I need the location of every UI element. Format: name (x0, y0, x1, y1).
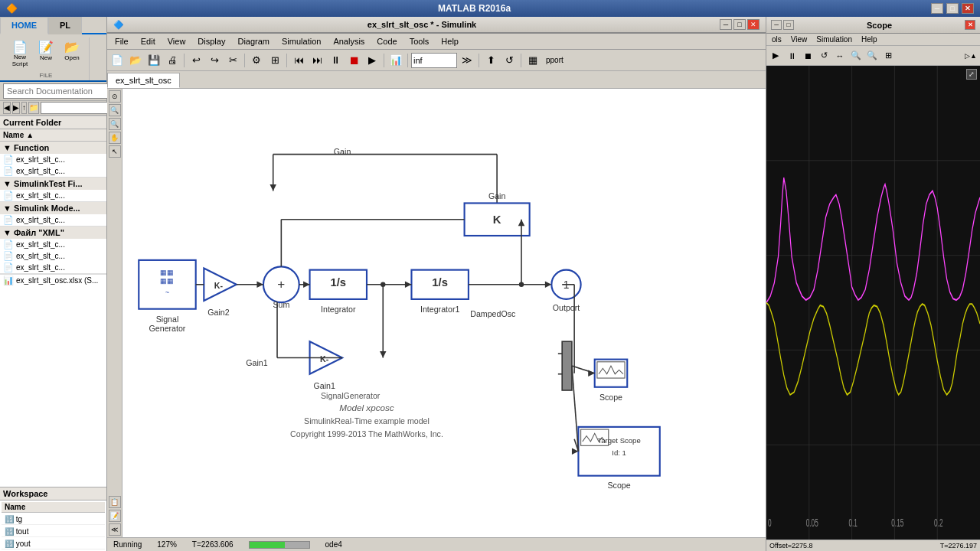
menu-code[interactable]: Code (371, 35, 403, 47)
list-item[interactable]: 📄 ex_slrt_slt_c... (0, 154, 106, 165)
save-model-btn[interactable]: 💾 (145, 52, 162, 69)
search-input[interactable] (3, 83, 116, 99)
new-script-button[interactable]: 📄 NewScript (8, 37, 32, 70)
tab-pl[interactable]: PL (48, 17, 82, 34)
menu-view[interactable]: View (162, 35, 192, 47)
open-model-btn[interactable]: 📂 (127, 52, 144, 69)
scope-restore-btn[interactable]: □ (783, 20, 794, 30)
expand-btn[interactable]: ≪ (109, 523, 121, 536)
menu-diagram[interactable]: Diagram (231, 35, 276, 47)
scope-close-btn[interactable]: ✕ (965, 20, 975, 30)
new-button[interactable]: 📝 New (34, 37, 58, 70)
property-inspector-btn[interactable]: 📝 (109, 510, 121, 522)
sim-time-input[interactable] (411, 53, 457, 68)
list-item[interactable]: 📊 ex_slrt_slt_osc.xlsx (S... (0, 274, 106, 286)
workspace-header[interactable]: Workspace (0, 487, 106, 500)
model-browser-btn[interactable]: 📋 (109, 496, 121, 508)
open-button[interactable]: 📂 Open (60, 37, 84, 70)
stop-btn[interactable]: ⏹ (345, 52, 362, 69)
open-label: Open (64, 54, 80, 61)
list-item[interactable]: 📄 ex_slrt_slt_c... (0, 262, 106, 273)
menu-display[interactable]: Display (191, 35, 231, 47)
pan-btn[interactable]: ✋ (109, 132, 121, 144)
workspace-panel: Workspace Name 🔢 tg (0, 487, 106, 551)
scope-display-btn[interactable]: 📊 (387, 52, 404, 69)
new-model-btn[interactable]: 📄 (109, 52, 126, 69)
scope-autoscale-btn[interactable]: ⊞ (880, 48, 896, 64)
menu-simulation[interactable]: Simulation (276, 35, 327, 47)
sim-close-btn[interactable]: ✕ (747, 19, 760, 30)
menu-file[interactable]: File (109, 35, 135, 47)
svg-text:Target Scope: Target Scope (597, 436, 640, 445)
menu-analysis[interactable]: Analysis (327, 35, 371, 47)
table-row[interactable]: 🔢 tg (2, 514, 105, 525)
scope-fullscreen-btn[interactable]: ⤢ (966, 69, 977, 80)
scope-menu-view[interactable]: View (786, 34, 812, 44)
simulinkmodel-group-header[interactable]: ▼ Simulink Mode... (0, 202, 106, 214)
cut-btn[interactable]: ✂ (224, 52, 241, 69)
scope-stop-btn[interactable]: ⏹ (800, 48, 815, 64)
minimize-button[interactable]: ─ (931, 3, 943, 14)
menu-edit[interactable]: Edit (135, 35, 162, 47)
scope-refresh-btn[interactable]: ↺ (816, 48, 831, 64)
browse-folder-button[interactable]: 📁 (28, 102, 39, 114)
scope-menu-tools[interactable]: ols (767, 34, 786, 44)
table-view-btn[interactable]: ▦ (524, 52, 541, 69)
toolbar-sep4 (384, 54, 384, 67)
table-row[interactable]: 🔢 yout (2, 539, 105, 549)
sim-canvas[interactable]: Gain K ▦▦ ▦▦ ~ Signal Gener (122, 89, 766, 537)
close-button[interactable]: ✕ (962, 3, 974, 14)
extend-btn[interactable]: ≫ (459, 52, 475, 69)
scope-run-btn[interactable]: ▶ (768, 48, 783, 64)
scope-menu-help[interactable]: Help (857, 34, 882, 44)
simulinktest-group-header[interactable]: ▼ SimulinkTest Fi... (0, 178, 106, 190)
refresh-btn[interactable]: ↺ (501, 52, 518, 69)
pause-btn[interactable]: ⏸ (327, 52, 344, 69)
select-btn[interactable]: ↖ (109, 145, 121, 158)
tab-home[interactable]: HOME (0, 17, 48, 34)
list-item[interactable]: 📄 ex_slrt_slt_c... (0, 250, 106, 262)
step-back-btn[interactable]: ⏮ (290, 52, 307, 69)
maximize-button[interactable]: □ (946, 3, 959, 14)
folder-back-button[interactable]: ◀ (3, 102, 11, 114)
function-group-header[interactable]: ▼ Function (0, 142, 106, 154)
scope-cursor-btn[interactable]: ↔ (832, 48, 848, 64)
export-btn[interactable]: ⬆ (482, 52, 499, 69)
zoom-in-btn[interactable]: 🔍 (109, 104, 121, 116)
sim-maximize-btn[interactable]: □ (733, 19, 746, 30)
scope-title-text: Scope (794, 21, 965, 30)
workspace-label: Workspace (3, 489, 48, 498)
folder-up-button[interactable]: ↑ (21, 102, 27, 114)
new-script-label: NewScript (12, 54, 28, 68)
scope-expand-btn[interactable]: ▷▲ (963, 48, 978, 64)
list-item[interactable]: 📄 ex_slrt_slt_c... (0, 214, 106, 226)
open-icon: 📂 (64, 40, 80, 54)
xml-group-header[interactable]: ▼ Файл "XML" (0, 227, 106, 239)
scope-minimize-btn[interactable]: ─ (771, 20, 782, 30)
folder-forward-button[interactable]: ▶ (12, 102, 20, 114)
current-folder-header[interactable]: Current Folder (0, 116, 106, 129)
scope-menu-simulation[interactable]: Simulation (812, 34, 857, 44)
zoom-fit-btn[interactable]: ⊙ (109, 90, 121, 103)
svg-text:0.1: 0.1 (848, 517, 857, 529)
sim-minimize-btn[interactable]: ─ (720, 19, 732, 30)
list-item[interactable]: 📄 ex_slrt_slt_c... (0, 165, 106, 177)
zoom-out-btn[interactable]: 🔍 (109, 118, 121, 130)
print-btn[interactable]: 🖨 (164, 52, 181, 69)
sim-tab-main[interactable]: ex_slrt_slt_osc (107, 73, 180, 88)
menu-tools[interactable]: Tools (403, 35, 436, 47)
scope-zoom-in-btn[interactable]: 🔍 (848, 48, 864, 64)
run-next-btn[interactable]: ▶ (364, 52, 381, 69)
scope-zoom-out-btn[interactable]: 🔍 (864, 48, 880, 64)
scope-pause-btn[interactable]: ⏸ (784, 48, 799, 64)
settings-btn[interactable]: ⚙ (248, 52, 265, 69)
list-item[interactable]: 📄 ex_slrt_slt_c... (0, 190, 106, 201)
step-btn[interactable]: ⏭ (309, 52, 325, 69)
ribbon-file-row: 📄 NewScript 📝 New 📂 Open (8, 37, 84, 70)
grid-btn[interactable]: ⊞ (266, 52, 283, 69)
menu-help[interactable]: Help (435, 35, 465, 47)
table-row[interactable]: 🔢 tout (2, 527, 105, 537)
list-item[interactable]: 📄 ex_slrt_slt_c... (0, 239, 106, 250)
redo-btn[interactable]: ↪ (206, 52, 223, 69)
undo-btn[interactable]: ↩ (188, 52, 204, 69)
